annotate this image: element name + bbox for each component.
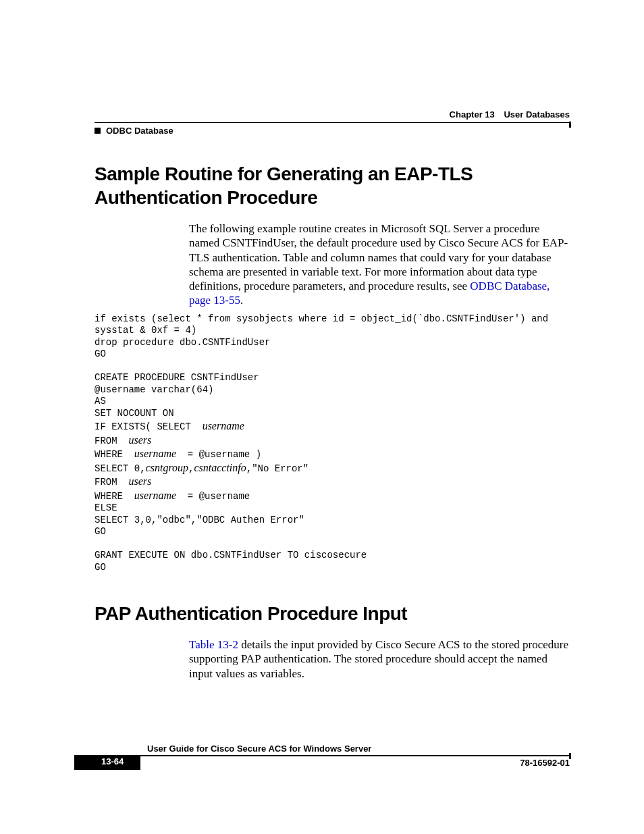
section-name: ODBC Database <box>106 126 173 136</box>
section-heading: Sample Routine for Generating an EAP-TLS… <box>95 162 570 209</box>
square-bullet-icon <box>95 128 101 134</box>
chapter-number: Chapter 13 <box>450 109 495 120</box>
table-13-2-link[interactable]: Table 13-2 <box>189 638 238 651</box>
page-footer: User Guide for Cisco Secure ACS for Wind… <box>74 744 570 770</box>
chapter-title: User Databases <box>504 109 570 120</box>
intro-paragraph: The following example routine creates in… <box>189 221 570 308</box>
page-content: Sample Routine for Generating an EAP-TLS… <box>95 162 570 686</box>
document-id: 78-16592-01 <box>520 758 570 768</box>
section-heading: PAP Authentication Procedure Input <box>95 602 570 625</box>
pap-paragraph: Table 13-2 details the input provided by… <box>189 637 570 681</box>
page-header: Chapter 13 User Databases ODBC Database <box>95 109 570 136</box>
page-number: 13-64 <box>101 756 124 766</box>
guide-title: User Guide for Cisco Secure ACS for Wind… <box>147 744 570 754</box>
sql-code-block: if exists (select * from sysobjects wher… <box>95 313 570 574</box>
